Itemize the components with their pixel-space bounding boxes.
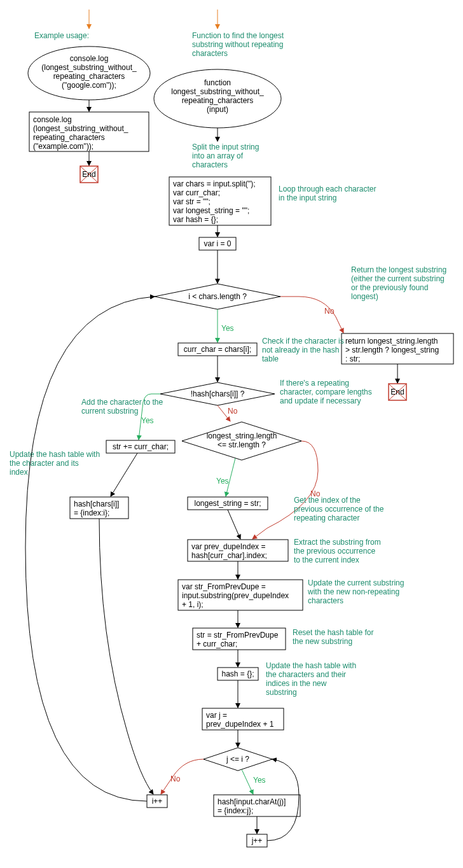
label-no-1: No [324,307,335,316]
comment-extract-l2: the previous occurrence [294,547,375,556]
node-str-from-l3: + 1, i); [182,600,204,609]
node-str-from-l1: var str_FromPrevDupe = [182,582,266,591]
node-vars-l1: var chars = input.split(''); [173,179,256,188]
decision-i-len-text: i < chars.length ? [188,292,247,301]
node-prev-dupe-l1: var prev_dupeIndex = [191,542,265,551]
comment-split-l3: characters [192,160,228,169]
decision-len-le-l2: <= str.length ? [218,440,266,449]
node-var-j-l2: prev_dupeIndex + 1 [206,720,274,729]
comment-check-l3: table [262,354,279,363]
comment-extract-l1: Extract the substring from [294,538,381,547]
end-label-right: End [390,388,404,396]
comment-split-l1: Split the input string [192,143,259,151]
node-str-set-l1: str = str_FromPrevDupe [197,631,279,640]
node-example-log2-l4: ("example.com")); [33,142,93,151]
label-no-4: No [170,774,181,783]
comment-reset-l1: Reset the hash table for [293,628,373,637]
comment-updcurr-l1: Update the current substring [308,578,404,587]
flowchart-diagram: Example usage: console.log (longest_subs… [0,0,463,868]
node-example-log2-l2: (longest_substring_without_ [33,124,128,133]
comment-reset-l2: the new substring [293,637,352,646]
label-yes-3: Yes [216,477,229,486]
node-vars-l3: var str = ""; [173,197,211,206]
node-prev-dupe-l2: hash[curr_char].index; [191,551,267,560]
comment-func-l2: substring without repeating [192,40,283,49]
comment-updnew-l3: indices in the new [266,679,327,688]
node-example-log1-l1: console.log [70,54,109,63]
node-example-log1-l4: ("google.com")); [62,81,116,90]
comment-extract-l3: to the current index [294,556,359,564]
comment-getidx-l2: previous occurrence of the [294,505,384,514]
comment-updnew-l4: substring [266,688,297,697]
node-function-l3: repeating_characters [182,96,254,105]
comment-updhash-l3: index [10,468,28,477]
edge [228,510,240,539]
comment-ret-l1: Return the longest substring [351,265,446,274]
node-longest-set-text: longest_string = str; [194,499,261,508]
node-var-i-text: var i = 0 [204,239,231,248]
node-function-l4: (input) [207,105,228,114]
node-vars-l2: var curr_char; [173,188,220,197]
edge [111,453,137,496]
label-yes-2: Yes [141,416,154,425]
comment-updnew-l2: the characters and their [266,670,346,679]
comment-func-l1: Function to find the longest [192,31,284,40]
node-curr-char-text: curr_char = chars[i]; [184,345,251,354]
comment-updhash-l2: the character and its [10,459,79,468]
node-vars-l5: var hash = {}; [173,215,218,224]
comment-getidx-l1: Get the index of the [294,496,361,505]
comment-getidx-l3: repeating character [294,514,359,522]
node-ipp-text: i++ [152,797,163,806]
comment-add-l2: current substring [81,407,138,416]
node-var-j-l1: var j = [206,711,227,720]
label-yes-1: Yes [221,324,234,333]
comment-check-l1: Check if the character is [262,337,344,346]
node-end-left: End [80,166,98,183]
node-function-l2: longest_substring_without_ [171,87,264,96]
edge-hashset-ipp [99,519,153,794]
decision-j-le-text: j <= i ? [226,755,249,764]
node-jpp-text: j++ [251,836,263,845]
node-hash-j-l2: = {index:j}; [218,806,253,815]
comment-updcurr-l3: characters [308,596,343,605]
node-function-l1: function [204,78,231,87]
edge-loop-i [25,297,155,801]
comment-func-l3: characters [192,49,228,58]
node-vars-l4: var longest_string = ""; [173,206,249,215]
comment-check-l2: not already in the hash [262,346,339,354]
comment-repeat-l2: character, compare lengths [280,388,372,396]
decision-hash-text: !hash[chars[i]] ? [191,389,245,398]
node-return-l2: > str.length ? longest_string [345,346,439,354]
comment-example-usage: Example usage: [34,31,89,40]
end-label-left: End [82,170,95,179]
comment-updnew-l1: Update the hash table with [266,661,356,670]
node-example-log1-l2: (longest_substring_without_ [41,63,137,72]
comment-split-l2: into an array of [192,151,244,160]
node-end-right: End [389,384,406,400]
edge-no [161,759,204,794]
comment-updhash-l1: Update the hash table with [10,450,100,459]
comment-ret-l2: (either the current substring [351,274,445,283]
comment-repeat-l3: and update if necessary [280,396,361,405]
comment-loop-l1: Loop through each character [279,185,376,193]
comment-updcurr-l2: with the new non-repeating [307,587,399,596]
node-str-plus-text: str += curr_char; [113,442,169,451]
decision-len-le-l1: longest_string.length [207,431,277,440]
comment-repeat-l1: If there's a repeating [280,379,349,388]
edge-no [252,441,318,539]
comment-ret-l4: longest) [351,292,378,301]
comment-add-l1: Add the character to the [81,398,163,407]
comment-loop-l2: in the input string [279,193,336,202]
node-return-l3: : str; [345,354,360,363]
node-hash-set-l1: hash[chars[i]] [74,500,119,508]
node-str-set-l2: + curr_char; [197,640,237,648]
comment-ret-l3: or the previously found [351,283,428,292]
node-hash-set-l2: = {index:i}; [74,508,109,517]
node-hash-j-l1: hash[input.charAt(j)] [218,797,286,806]
node-hash-reset-text: hash = {}; [221,669,254,678]
label-yes-4: Yes [253,776,266,785]
node-str-from-l2: input.substring(prev_dupeIndex [182,591,289,600]
node-example-log2-l3: repeating_characters [33,133,105,142]
node-return-l1: return longest_string.length [345,337,438,346]
label-no-2: No [228,407,238,416]
